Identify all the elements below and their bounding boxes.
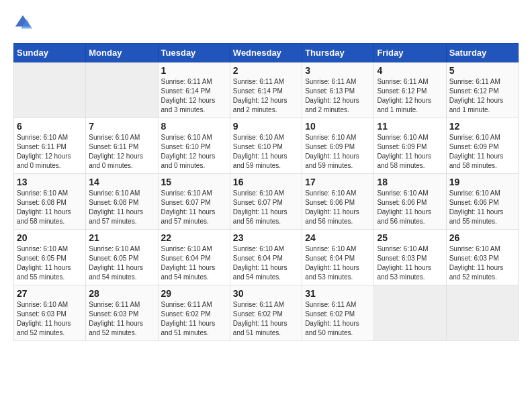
calendar-cell: 20Sunrise: 6:10 AM Sunset: 6:05 PM Dayli… xyxy=(14,230,86,285)
day-number: 6 xyxy=(17,121,83,132)
day-info: Sunrise: 6:10 AM Sunset: 6:10 PM Dayligh… xyxy=(233,133,299,171)
day-info: Sunrise: 6:11 AM Sunset: 6:14 PM Dayligh… xyxy=(161,77,227,115)
day-info: Sunrise: 6:11 AM Sunset: 6:02 PM Dayligh… xyxy=(161,300,227,338)
day-number: 24 xyxy=(305,232,371,243)
calendar-week-row: 1Sunrise: 6:11 AM Sunset: 6:14 PM Daylig… xyxy=(14,62,519,118)
day-number: 13 xyxy=(17,177,83,187)
calendar-cell: 27Sunrise: 6:10 AM Sunset: 6:03 PM Dayli… xyxy=(14,285,86,341)
day-number: 8 xyxy=(161,121,227,132)
day-number: 17 xyxy=(305,177,371,187)
day-number: 18 xyxy=(377,177,443,187)
day-number: 3 xyxy=(305,65,371,76)
calendar-cell: 29Sunrise: 6:11 AM Sunset: 6:02 PM Dayli… xyxy=(158,285,230,341)
day-info: Sunrise: 6:10 AM Sunset: 6:09 PM Dayligh… xyxy=(305,133,371,171)
day-number: 12 xyxy=(449,121,515,132)
calendar-cell: 9Sunrise: 6:10 AM Sunset: 6:10 PM Daylig… xyxy=(230,118,302,174)
day-info: Sunrise: 6:10 AM Sunset: 6:09 PM Dayligh… xyxy=(449,133,515,171)
day-info: Sunrise: 6:10 AM Sunset: 6:06 PM Dayligh… xyxy=(449,189,515,226)
day-info: Sunrise: 6:10 AM Sunset: 6:11 PM Dayligh… xyxy=(17,133,83,171)
day-number: 29 xyxy=(161,288,227,299)
day-info: Sunrise: 6:10 AM Sunset: 6:03 PM Dayligh… xyxy=(17,300,83,338)
day-info: Sunrise: 6:10 AM Sunset: 6:07 PM Dayligh… xyxy=(233,189,299,226)
calendar-cell: 10Sunrise: 6:10 AM Sunset: 6:09 PM Dayli… xyxy=(302,118,374,174)
calendar-cell: 4Sunrise: 6:11 AM Sunset: 6:12 PM Daylig… xyxy=(374,62,446,118)
day-info: Sunrise: 6:10 AM Sunset: 6:07 PM Dayligh… xyxy=(161,189,227,226)
day-info: Sunrise: 6:10 AM Sunset: 6:08 PM Dayligh… xyxy=(17,189,83,226)
day-info: Sunrise: 6:10 AM Sunset: 6:11 PM Dayligh… xyxy=(89,133,154,171)
day-number: 30 xyxy=(233,288,299,299)
calendar-table: SundayMondayTuesdayWednesdayThursdayFrid… xyxy=(13,43,519,341)
day-number: 22 xyxy=(161,232,227,243)
day-info: Sunrise: 6:10 AM Sunset: 6:03 PM Dayligh… xyxy=(449,244,515,282)
day-info: Sunrise: 6:11 AM Sunset: 6:03 PM Dayligh… xyxy=(89,300,154,338)
day-number: 9 xyxy=(233,121,299,132)
calendar-cell: 24Sunrise: 6:10 AM Sunset: 6:04 PM Dayli… xyxy=(302,230,374,285)
day-number: 1 xyxy=(161,65,227,76)
day-info: Sunrise: 6:10 AM Sunset: 6:06 PM Dayligh… xyxy=(305,189,371,226)
day-number: 25 xyxy=(377,232,443,243)
day-number: 31 xyxy=(305,288,371,299)
calendar-cell: 13Sunrise: 6:10 AM Sunset: 6:08 PM Dayli… xyxy=(14,174,86,230)
col-header-saturday: Saturday xyxy=(446,44,518,62)
day-info: Sunrise: 6:11 AM Sunset: 6:12 PM Dayligh… xyxy=(377,77,443,115)
calendar-cell: 30Sunrise: 6:11 AM Sunset: 6:02 PM Dayli… xyxy=(230,285,302,341)
day-info: Sunrise: 6:10 AM Sunset: 6:08 PM Dayligh… xyxy=(89,189,154,226)
calendar-cell: 14Sunrise: 6:10 AM Sunset: 6:08 PM Dayli… xyxy=(86,174,158,230)
day-info: Sunrise: 6:10 AM Sunset: 6:04 PM Dayligh… xyxy=(161,244,227,282)
day-info: Sunrise: 6:11 AM Sunset: 6:13 PM Dayligh… xyxy=(305,77,371,115)
day-number: 19 xyxy=(449,177,515,187)
col-header-thursday: Thursday xyxy=(302,44,374,62)
day-info: Sunrise: 6:11 AM Sunset: 6:14 PM Dayligh… xyxy=(233,77,299,115)
day-number: 16 xyxy=(233,177,299,187)
calendar-cell: 18Sunrise: 6:10 AM Sunset: 6:06 PM Dayli… xyxy=(374,174,446,230)
col-header-monday: Monday xyxy=(86,44,158,62)
calendar-cell: 21Sunrise: 6:10 AM Sunset: 6:05 PM Dayli… xyxy=(86,230,158,285)
logo xyxy=(13,13,35,32)
day-number: 21 xyxy=(89,232,154,243)
col-header-friday: Friday xyxy=(374,44,446,62)
calendar-cell: 23Sunrise: 6:10 AM Sunset: 6:04 PM Dayli… xyxy=(230,230,302,285)
day-info: Sunrise: 6:10 AM Sunset: 6:06 PM Dayligh… xyxy=(377,189,443,226)
calendar-cell: 16Sunrise: 6:10 AM Sunset: 6:07 PM Dayli… xyxy=(230,174,302,230)
calendar-week-row: 13Sunrise: 6:10 AM Sunset: 6:08 PM Dayli… xyxy=(14,174,519,230)
day-number: 23 xyxy=(233,232,299,243)
day-number: 2 xyxy=(233,65,299,76)
day-info: Sunrise: 6:10 AM Sunset: 6:09 PM Dayligh… xyxy=(377,133,443,171)
col-header-wednesday: Wednesday xyxy=(230,44,302,62)
calendar-cell: 12Sunrise: 6:10 AM Sunset: 6:09 PM Dayli… xyxy=(446,118,518,174)
calendar-cell: 7Sunrise: 6:10 AM Sunset: 6:11 PM Daylig… xyxy=(86,118,158,174)
day-number: 4 xyxy=(377,65,443,76)
day-info: Sunrise: 6:10 AM Sunset: 6:04 PM Dayligh… xyxy=(305,244,371,282)
day-info: Sunrise: 6:10 AM Sunset: 6:04 PM Dayligh… xyxy=(233,244,299,282)
calendar-cell: 2Sunrise: 6:11 AM Sunset: 6:14 PM Daylig… xyxy=(230,62,302,118)
calendar-week-row: 27Sunrise: 6:10 AM Sunset: 6:03 PM Dayli… xyxy=(14,285,519,341)
calendar-cell: 3Sunrise: 6:11 AM Sunset: 6:13 PM Daylig… xyxy=(302,62,374,118)
day-info: Sunrise: 6:11 AM Sunset: 6:02 PM Dayligh… xyxy=(305,300,371,338)
calendar-cell: 28Sunrise: 6:11 AM Sunset: 6:03 PM Dayli… xyxy=(86,285,158,341)
page-header xyxy=(13,13,519,32)
day-number: 10 xyxy=(305,121,371,132)
day-number: 15 xyxy=(161,177,227,187)
day-info: Sunrise: 6:11 AM Sunset: 6:12 PM Dayligh… xyxy=(449,77,515,115)
day-info: Sunrise: 6:10 AM Sunset: 6:05 PM Dayligh… xyxy=(89,244,154,282)
calendar-cell: 1Sunrise: 6:11 AM Sunset: 6:14 PM Daylig… xyxy=(158,62,230,118)
day-number: 5 xyxy=(449,65,515,76)
day-number: 11 xyxy=(377,121,443,132)
logo-icon xyxy=(13,13,32,32)
calendar-cell xyxy=(446,285,518,341)
day-number: 20 xyxy=(17,232,83,243)
day-info: Sunrise: 6:10 AM Sunset: 6:10 PM Dayligh… xyxy=(161,133,227,171)
calendar-cell: 6Sunrise: 6:10 AM Sunset: 6:11 PM Daylig… xyxy=(14,118,86,174)
col-header-sunday: Sunday xyxy=(14,44,86,62)
day-info: Sunrise: 6:10 AM Sunset: 6:03 PM Dayligh… xyxy=(377,244,443,282)
calendar-cell: 15Sunrise: 6:10 AM Sunset: 6:07 PM Dayli… xyxy=(158,174,230,230)
calendar-cell xyxy=(374,285,446,341)
day-info: Sunrise: 6:10 AM Sunset: 6:05 PM Dayligh… xyxy=(17,244,83,282)
calendar-cell xyxy=(86,62,158,118)
calendar-cell: 17Sunrise: 6:10 AM Sunset: 6:06 PM Dayli… xyxy=(302,174,374,230)
calendar-cell: 8Sunrise: 6:10 AM Sunset: 6:10 PM Daylig… xyxy=(158,118,230,174)
calendar-cell xyxy=(14,62,86,118)
col-header-tuesday: Tuesday xyxy=(158,44,230,62)
day-number: 26 xyxy=(449,232,515,243)
calendar-cell: 25Sunrise: 6:10 AM Sunset: 6:03 PM Dayli… xyxy=(374,230,446,285)
